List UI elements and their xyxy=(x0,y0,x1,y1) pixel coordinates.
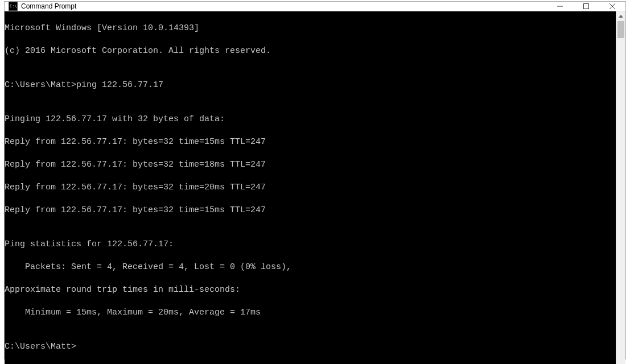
title-bar[interactable]: C:\ Command Prompt xyxy=(5,2,625,11)
prompt-line[interactable]: C:\Users\Matt> xyxy=(5,341,616,353)
command-prompt-window: C:\ Command Prompt Microsoft Windows [Ve… xyxy=(4,1,626,359)
output-line: Microsoft Windows [Version 10.0.14393] xyxy=(5,23,616,34)
svg-marker-7 xyxy=(619,15,623,18)
terminal-output[interactable]: Microsoft Windows [Version 10.0.14393] (… xyxy=(5,11,616,364)
console-area: Microsoft Windows [Version 10.0.14393] (… xyxy=(5,11,625,364)
output-line: Pinging 122.56.77.17 with 32 bytes of da… xyxy=(5,114,616,125)
output-line: Packets: Sent = 4, Received = 4, Lost = … xyxy=(5,262,616,273)
window-controls xyxy=(547,2,625,11)
window-title: Command Prompt xyxy=(21,2,547,10)
scroll-up-button[interactable] xyxy=(616,11,625,21)
svg-rect-4 xyxy=(584,4,589,9)
output-line: Minimum = 15ms, Maximum = 20ms, Average … xyxy=(5,307,616,318)
output-line: Ping statistics for 122.56.77.17: xyxy=(5,239,616,250)
cmd-app-icon: C:\ xyxy=(9,2,18,11)
svg-text:C:\: C:\ xyxy=(10,4,17,9)
output-line: Reply from 122.56.77.17: bytes=32 time=2… xyxy=(5,182,616,193)
maximize-button[interactable] xyxy=(573,2,599,11)
output-line: Approximate round trip times in milli-se… xyxy=(5,284,616,296)
output-line: Reply from 122.56.77.17: bytes=32 time=1… xyxy=(5,205,616,216)
minimize-button[interactable] xyxy=(547,2,573,11)
output-line: C:\Users\Matt>ping 122.56.77.17 xyxy=(5,80,616,91)
vertical-scrollbar[interactable] xyxy=(616,11,625,364)
output-line: Reply from 122.56.77.17: bytes=32 time=1… xyxy=(5,136,616,148)
output-line: (c) 2016 Microsoft Corporation. All righ… xyxy=(5,46,616,57)
scroll-thumb[interactable] xyxy=(617,21,624,38)
close-button[interactable] xyxy=(599,2,625,11)
output-line: Reply from 122.56.77.17: bytes=32 time=1… xyxy=(5,159,616,171)
